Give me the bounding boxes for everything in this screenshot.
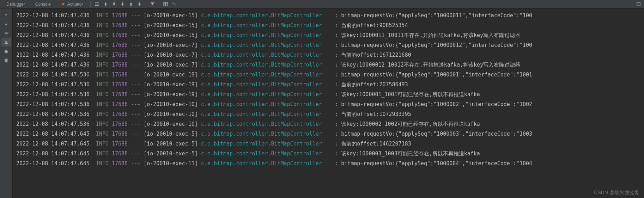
pid: 17688 [112,160,128,167]
log-level: INFO [96,111,109,117]
scroll-down-icon[interactable] [1,20,11,28]
log-line: 2022-12-08 14:07:47.536 INFO 17688 --- [… [16,119,644,129]
message: 该key:10000012_10012不存在,开始推送kafka,将该key写入… [341,62,520,68]
tab-console[interactable]: Console [30,1,56,8]
log-line: 2022-12-08 14:07:47.436 INFO 17688 --- [… [16,30,644,40]
filter-off-icon[interactable] [148,0,157,8]
thread: [o-20010-exec-11] [144,160,198,167]
pid: 17688 [112,101,128,107]
pid: 17688 [112,121,128,127]
message: 当前的offset:1671221680 [341,52,411,58]
thread: [o-20010-exec-10] [144,121,198,127]
maximize-icon[interactable] [634,0,643,8]
up-arrow-2-icon[interactable] [127,0,135,8]
log-line: 2022-12-08 14:07:47.536 INFO 17688 --- [… [16,109,644,119]
logger: c.e.bitmap.controller.BitMapController [201,72,328,78]
message: 当前的offset:207586493 [341,81,408,88]
actuator-icon [61,2,65,6]
thread: [io-20010-exec-7] [144,52,198,58]
log-level: INFO [96,91,109,98]
svg-point-1 [172,2,174,4]
colon: : [328,32,341,38]
log-line: 2022-12-08 14:07:47.436 INFO 17688 --- [… [16,60,644,70]
log-view[interactable]: 2022-12-08 14:07:47.436 INFO 17688 --- [… [13,8,644,198]
timestamp: 2022-12-08 14:07:47.645 [16,141,90,147]
log-level: INFO [96,12,109,19]
timestamp: 2022-12-08 14:07:47.645 [16,150,90,157]
down-arrow-2-icon[interactable] [118,0,127,8]
tab-debugger[interactable]: Debugger [1,1,30,8]
log-level: INFO [96,81,109,88]
tab-actuator[interactable]: Actuator [56,1,89,8]
thread: [io-20010-exec-7] [144,42,198,48]
soft-wrap-icon[interactable] [1,29,11,37]
trash-icon[interactable] [1,56,11,65]
separator-dash: --- [128,101,144,107]
colon: : [328,42,341,48]
scroll-to-end-icon[interactable] [1,38,11,47]
colon: : [328,121,341,127]
message: 该key:1000001_1001可能已经存在,所以不再推送kafka [341,91,480,98]
colon: : [328,72,341,78]
message: bitmap-requestVo:{"applySeq":"1000004","… [341,160,532,167]
scroll-up-icon[interactable] [1,11,11,19]
thread: [o-20010-exec-15] [144,32,198,38]
down-arrow-3-icon[interactable] [135,0,144,8]
logger: c.e.bitmap.controller.BitMapController [201,111,328,117]
logger: c.e.bitmap.controller.BitMapController [201,12,328,19]
colon: : [328,52,341,58]
svg-rect-4 [5,43,8,44]
thread: [o-20010-exec-10] [144,111,198,117]
log-line: 2022-12-08 14:07:47.536 INFO 17688 --- [… [16,89,644,99]
separator-dash: --- [128,52,144,58]
pid: 17688 [112,141,128,147]
timestamp: 2022-12-08 14:07:47.436 [16,12,90,19]
table-icon[interactable] [161,0,170,8]
svg-rect-9 [5,59,8,60]
message: 该key:1000003_1003可能已经存在,所以不再推送kafka [341,150,480,157]
log-line: 2022-12-08 14:07:47.436 INFO 17688 --- [… [16,20,644,30]
separator-dash: --- [128,160,144,167]
message: bitmap-requestVo:{"applySeq":"10000012",… [341,42,532,48]
log-level: INFO [96,131,109,137]
body-wrap: 2022-12-08 14:07:47.436 INFO 17688 --- [… [0,8,644,198]
pid: 17688 [112,52,128,58]
separator-dash: --- [128,72,144,78]
separator-dash: --- [128,42,144,48]
svg-rect-7 [5,52,7,53]
separator-dash: --- [128,81,144,88]
thread: [o-20010-exec-15] [144,22,198,29]
thread: [io-20010-exec-5] [144,141,198,147]
thread: [io-20010-exec-7] [144,62,198,68]
divider [146,1,146,7]
log-line: 2022-12-08 14:07:47.645 INFO 17688 --- [… [16,139,644,149]
timestamp: 2022-12-08 14:07:47.536 [16,111,90,117]
colon: : [328,111,341,117]
separator-dash: --- [128,22,144,29]
message: bitmap-requestVo:{"applySeq":"1000003","… [341,131,532,137]
log-line: 2022-12-08 14:07:47.645 INFO 17688 --- [… [16,159,644,168]
timestamp: 2022-12-08 14:07:47.436 [16,32,90,38]
settings-sliders-icon[interactable] [170,0,178,8]
pid: 17688 [112,91,128,98]
logger: c.e.bitmap.controller.BitMapController [201,81,328,88]
down-arrow-1-icon[interactable] [110,0,118,8]
colon: : [328,160,341,167]
pid: 17688 [112,150,128,157]
timestamp: 2022-12-08 14:07:47.436 [16,62,90,68]
pid: 17688 [112,81,128,88]
message: 当前的offset:1462207183 [341,141,411,147]
log-level: INFO [96,22,109,29]
print-icon[interactable] [1,47,11,56]
separator-dash: --- [128,121,144,127]
timestamp: 2022-12-08 14:07:47.436 [16,42,90,48]
up-arrow-icon[interactable] [101,0,110,8]
timestamp: 2022-12-08 14:07:47.645 [16,160,90,167]
separator-dash: --- [128,111,144,117]
log-line: 2022-12-08 14:07:47.536 INFO 17688 --- [… [16,80,644,89]
menu-icon[interactable] [93,0,101,8]
colon: : [328,12,341,19]
svg-rect-3 [637,2,640,6]
log-line: 2022-12-08 14:07:47.436 INFO 17688 --- [… [16,11,644,20]
message: bitmap-requestVo:{"applySeq":"1000001","… [341,72,532,78]
